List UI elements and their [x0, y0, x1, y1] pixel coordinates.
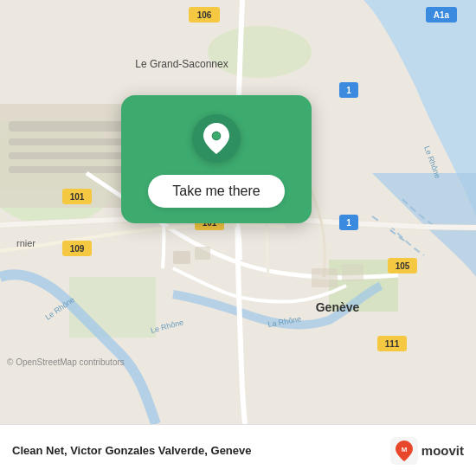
svg-rect-5 [69, 277, 156, 338]
svg-text:M: M [401, 446, 407, 453]
svg-text:111: 111 [385, 339, 400, 349]
svg-rect-10 [9, 166, 130, 173]
location-card: Take me there [121, 95, 312, 223]
location-name: Clean Net, Victor Gonzales Valverde, Gen… [12, 444, 252, 457]
moovit-logo: M moovit [390, 437, 464, 465]
svg-text:Le Grand-Saconnex: Le Grand-Saconnex [135, 58, 228, 70]
svg-text:A1a: A1a [434, 10, 450, 20]
svg-text:1: 1 [346, 218, 351, 228]
map-container: 106 A1a 1 1 101 101 109 105 111 Le Grand… [0, 0, 476, 424]
svg-text:1: 1 [346, 86, 351, 95]
map-attribution: © OpenStreetMap contributors [7, 357, 125, 367]
svg-rect-9 [9, 152, 130, 159]
svg-rect-7 [9, 121, 130, 132]
svg-point-44 [213, 132, 220, 139]
svg-rect-42 [173, 251, 190, 264]
moovit-text: moovit [421, 443, 464, 458]
svg-rect-43 [195, 247, 210, 260]
pin-icon-wrapper [192, 114, 241, 163]
pin-icon [203, 123, 229, 154]
svg-rect-40 [312, 268, 338, 287]
svg-text:Genève: Genève [316, 300, 360, 314]
svg-text:rnier: rnier [16, 238, 35, 248]
take-me-there-button[interactable]: Take me there [148, 175, 284, 208]
svg-rect-8 [9, 138, 130, 145]
location-info: Clean Net, Victor Gonzales Valverde, Gen… [12, 444, 252, 457]
svg-text:109: 109 [70, 244, 85, 254]
svg-point-3 [208, 26, 312, 78]
bottom-bar: Clean Net, Victor Gonzales Valverde, Gen… [0, 424, 476, 476]
svg-text:101: 101 [70, 192, 85, 202]
svg-text:105: 105 [396, 261, 410, 271]
moovit-icon: M [390, 437, 418, 465]
svg-text:106: 106 [197, 10, 212, 20]
svg-rect-41 [342, 264, 363, 281]
